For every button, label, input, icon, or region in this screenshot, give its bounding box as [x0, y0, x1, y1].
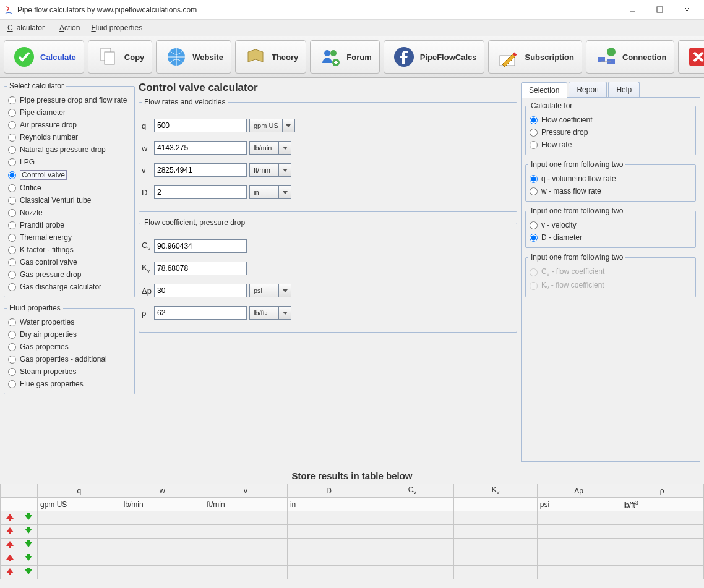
input-Kv[interactable]	[154, 262, 247, 275]
flow-coefficient-fieldset: Flow coefficient, pressure drop Cv Kv Δp…	[139, 218, 517, 333]
radio-pressure-drop[interactable]	[530, 129, 538, 137]
calc-radio-8[interactable]: Classical Venturi tube	[7, 194, 132, 207]
radio-v[interactable]	[530, 221, 538, 229]
pencil-icon	[496, 45, 521, 69]
unit-dd-v[interactable]	[279, 163, 291, 177]
fluid-legend: Fluid properties	[7, 304, 63, 312]
connection-button[interactable]: Connection	[586, 40, 675, 74]
field-rho: ρ lb/ft3	[142, 306, 514, 320]
fluid-radio-2[interactable]: Gas properties	[7, 341, 132, 353]
calc-radio-6[interactable]: Control valve	[7, 168, 132, 182]
calc-radio-3[interactable]: Reynolds number	[7, 131, 132, 143]
unit-dd-q[interactable]	[283, 119, 295, 132]
calc-radio-13[interactable]: Gas control valve	[7, 256, 132, 268]
subscription-button[interactable]: Subscription	[488, 40, 582, 74]
close-button[interactable]: Close	[678, 40, 704, 74]
radio-q[interactable]	[530, 175, 538, 183]
input-w[interactable]	[154, 141, 247, 155]
unit-dd-dp[interactable]	[279, 284, 291, 297]
fluid-radio-5[interactable]: Flue gas properties	[7, 378, 132, 390]
row-down-button[interactable]	[19, 566, 38, 579]
website-button[interactable]: Website	[156, 40, 231, 74]
field-v: v ft/min	[142, 163, 514, 177]
calc-radio-5[interactable]: LPG	[7, 156, 132, 168]
fluid-radio-4[interactable]: Steam properties	[7, 365, 132, 378]
unit-D[interactable]: in	[249, 185, 279, 199]
input-rho[interactable]	[154, 306, 247, 320]
calc-radio-7[interactable]: Orifice	[7, 182, 132, 194]
row-up-button[interactable]	[1, 525, 19, 539]
unit-dd-rho[interactable]	[279, 306, 291, 320]
close-window-button[interactable]	[673, 1, 700, 19]
col-header: v	[204, 484, 288, 498]
calc-radio-2[interactable]: Air pressure drop	[7, 119, 132, 131]
calculate-button[interactable]: Calculate	[4, 40, 84, 74]
results-table: qwvDCvKvΔpρ gpm USlb/minft/mininpsilb/ft…	[0, 484, 704, 579]
maximize-button[interactable]	[646, 1, 673, 19]
row-up-button[interactable]	[1, 511, 19, 525]
radio-D[interactable]	[530, 234, 538, 242]
input-D[interactable]	[154, 185, 247, 199]
input-Cv[interactable]	[154, 239, 247, 253]
unit-w[interactable]: lb/min	[249, 141, 279, 155]
calc-radio-0[interactable]: Pipe pressure drop and flow rate	[7, 94, 132, 106]
right-tabs: Selection Report Help	[521, 82, 700, 97]
tab-report[interactable]: Report	[569, 82, 607, 97]
tab-help[interactable]: Help	[608, 82, 640, 97]
table-row	[1, 511, 704, 525]
menu-fluid-properties[interactable]: Fluid properties	[87, 22, 146, 33]
input-dp[interactable]	[154, 284, 247, 297]
svg-rect-11	[598, 57, 605, 62]
input-v[interactable]	[154, 163, 247, 177]
window-titlebar: Pipe flow calculators by www.pipeflowcal…	[0, 0, 704, 20]
unit-q[interactable]: gpm US	[249, 119, 283, 132]
col-header: Δp	[537, 484, 620, 498]
field-Cv: Cv	[142, 239, 514, 253]
calc-radio-15[interactable]: Gas discharge calculator	[7, 281, 132, 293]
fluid-radio-0[interactable]: Water properties	[7, 316, 132, 328]
radio-Kv-coef	[530, 282, 538, 290]
flow-rates-fieldset: Flow rates and velocities q gpm US w lb/…	[139, 98, 517, 212]
theory-button[interactable]: Theory	[235, 40, 306, 74]
menu-action[interactable]: Action	[56, 22, 84, 33]
unit-dd-w[interactable]	[279, 141, 291, 155]
field-dp: Δp psi	[142, 284, 514, 297]
calc-radio-14[interactable]: Gas pressure drop	[7, 268, 132, 281]
unit-rho[interactable]: lb/ft3	[249, 306, 279, 320]
radio-w[interactable]	[530, 187, 538, 195]
row-down-button[interactable]	[19, 525, 38, 539]
row-down-button[interactable]	[19, 539, 38, 552]
unit-v[interactable]: ft/min	[249, 163, 279, 177]
copy-icon	[96, 45, 121, 69]
calc-radio-11[interactable]: Thermal energy	[7, 231, 132, 244]
minimize-button[interactable]	[619, 1, 646, 19]
radio-flow-rate[interactable]	[530, 141, 538, 149]
select-calc-legend: Select calculator	[7, 82, 66, 90]
radio-flow-coef[interactable]	[530, 116, 538, 124]
calc-radio-10[interactable]: Prandtl probe	[7, 219, 132, 231]
calc-radio-1[interactable]: Pipe diameter	[7, 106, 132, 119]
field-q: q gpm US	[142, 119, 514, 132]
menu-calculator[interactable]: Calculator	[4, 22, 52, 33]
row-up-button[interactable]	[1, 552, 19, 566]
unit-dd-D[interactable]	[279, 185, 291, 199]
calc-radio-9[interactable]: Nozzle	[7, 207, 132, 219]
fluid-radio-1[interactable]: Dry air properties	[7, 328, 132, 341]
fluid-radio-3[interactable]: Gas properties - additional	[7, 353, 132, 365]
pipeflowcalcs-button[interactable]: PipeFlowCalcs	[384, 40, 485, 74]
unit-dp[interactable]: psi	[249, 284, 279, 297]
row-down-button[interactable]	[19, 552, 38, 566]
calc-radio-4[interactable]: Natural gas pressure drop	[7, 143, 132, 156]
calc-radio-12[interactable]: K factor - fittings	[7, 244, 132, 256]
row-down-button[interactable]	[19, 511, 38, 525]
forum-button[interactable]: Forum	[310, 40, 379, 74]
input-q[interactable]	[154, 119, 247, 132]
copy-button[interactable]: Copy	[88, 40, 153, 74]
svg-rect-13	[689, 48, 704, 66]
tab-selection[interactable]: Selection	[521, 82, 567, 98]
row-up-button[interactable]	[1, 539, 19, 552]
svg-point-5	[324, 50, 330, 56]
svg-point-6	[330, 50, 337, 56]
row-up-button[interactable]	[1, 566, 19, 579]
col-header: q	[38, 484, 121, 498]
